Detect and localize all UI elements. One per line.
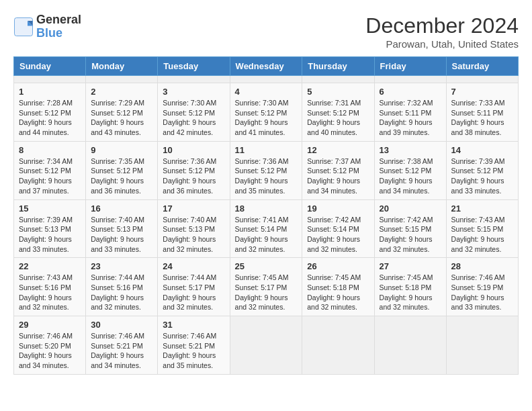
logo-icon <box>13 17 34 37</box>
sunset-label: Sunset: 5:12 PM <box>163 167 215 175</box>
table-row: 18 Sunrise: 7:41 AM Sunset: 5:14 PM Dayl… <box>230 199 302 258</box>
day-info: Sunrise: 7:45 AM Sunset: 5:18 PM Dayligh… <box>307 273 369 312</box>
daylight-label: Daylight: 9 hours and 37 minutes. <box>19 177 72 195</box>
sunset-label: Sunset: 5:12 PM <box>163 109 215 117</box>
sunrise-label: Sunrise: 7:30 AM <box>235 99 289 107</box>
daylight-label: Daylight: 9 hours and 34 minutes. <box>19 351 72 369</box>
sunrise-label: Sunrise: 7:33 AM <box>451 99 505 107</box>
day-number: 8 <box>19 145 81 155</box>
sunset-label: Sunset: 5:13 PM <box>19 225 71 233</box>
day-info: Sunrise: 7:30 AM Sunset: 5:12 PM Dayligh… <box>163 98 224 138</box>
col-friday: Friday <box>374 57 446 76</box>
day-info: Sunrise: 7:42 AM Sunset: 5:15 PM Dayligh… <box>380 215 441 255</box>
day-info: Sunrise: 7:34 AM Sunset: 5:12 PM Dayligh… <box>19 156 81 196</box>
day-info: Sunrise: 7:40 AM Sunset: 5:13 PM Dayligh… <box>163 215 224 255</box>
sunrise-label: Sunrise: 7:36 AM <box>235 157 289 165</box>
calendar-header-row: Sunday Monday Tuesday Wednesday Thursday… <box>14 57 519 76</box>
daylight-label: Daylight: 9 hours and 33 minutes. <box>451 293 504 312</box>
table-row <box>302 316 374 375</box>
table-row: 22 Sunrise: 7:43 AM Sunset: 5:16 PM Dayl… <box>14 258 86 316</box>
day-info: Sunrise: 7:43 AM Sunset: 5:15 PM Dayligh… <box>451 215 513 255</box>
day-info: Sunrise: 7:39 AM Sunset: 5:12 PM Dayligh… <box>451 156 513 196</box>
calendar-week-row: 22 Sunrise: 7:43 AM Sunset: 5:16 PM Dayl… <box>14 258 519 316</box>
table-row: 5 Sunrise: 7:31 AM Sunset: 5:12 PM Dayli… <box>302 83 374 142</box>
table-row: 28 Sunrise: 7:46 AM Sunset: 5:19 PM Dayl… <box>446 258 518 316</box>
table-row: 8 Sunrise: 7:34 AM Sunset: 5:12 PM Dayli… <box>14 141 86 199</box>
table-row: 11 Sunrise: 7:36 AM Sunset: 5:12 PM Dayl… <box>230 141 302 199</box>
table-row: 4 Sunrise: 7:30 AM Sunset: 5:12 PM Dayli… <box>230 83 302 142</box>
day-info: Sunrise: 7:45 AM Sunset: 5:18 PM Dayligh… <box>380 273 441 312</box>
logo-text: General Blue <box>36 13 81 40</box>
sunset-label: Sunset: 5:14 PM <box>307 225 359 233</box>
table-row: 9 Sunrise: 7:35 AM Sunset: 5:12 PM Dayli… <box>86 141 158 199</box>
day-number: 15 <box>19 203 81 214</box>
sunrise-label: Sunrise: 7:46 AM <box>19 332 73 340</box>
sunrise-label: Sunrise: 7:29 AM <box>91 99 144 107</box>
sunset-label: Sunset: 5:21 PM <box>163 342 215 350</box>
sunrise-label: Sunrise: 7:42 AM <box>380 216 433 224</box>
day-number: 3 <box>163 87 224 97</box>
day-number: 13 <box>380 145 441 155</box>
daylight-label: Daylight: 9 hours and 41 minutes. <box>235 118 288 136</box>
daylight-label: Daylight: 9 hours and 35 minutes. <box>235 177 288 195</box>
sunset-label: Sunset: 5:12 PM <box>19 109 71 117</box>
sunrise-label: Sunrise: 7:37 AM <box>307 157 361 165</box>
daylight-label: Daylight: 9 hours and 34 minutes. <box>307 177 360 195</box>
sunrise-label: Sunrise: 7:31 AM <box>307 99 361 107</box>
daylight-label: Daylight: 9 hours and 32 minutes. <box>91 293 144 312</box>
col-sunday: Sunday <box>14 57 86 76</box>
table-row: 30 Sunrise: 7:46 AM Sunset: 5:21 PM Dayl… <box>86 316 158 375</box>
sunset-label: Sunset: 5:12 PM <box>451 167 504 175</box>
daylight-label: Daylight: 9 hours and 34 minutes. <box>380 177 433 195</box>
sunrise-label: Sunrise: 7:46 AM <box>163 332 216 340</box>
day-number: 28 <box>451 261 513 271</box>
sunrise-label: Sunrise: 7:46 AM <box>91 332 144 340</box>
sunset-label: Sunset: 5:12 PM <box>307 167 359 175</box>
sunset-label: Sunset: 5:12 PM <box>19 167 71 175</box>
daylight-label: Daylight: 9 hours and 32 minutes. <box>307 235 360 253</box>
daylight-label: Daylight: 9 hours and 34 minutes. <box>91 351 144 369</box>
day-number: 27 <box>380 261 441 271</box>
day-info: Sunrise: 7:44 AM Sunset: 5:16 PM Dayligh… <box>91 273 152 312</box>
day-info: Sunrise: 7:38 AM Sunset: 5:12 PM Dayligh… <box>380 156 441 196</box>
sunset-label: Sunset: 5:12 PM <box>91 109 143 117</box>
day-info: Sunrise: 7:31 AM Sunset: 5:12 PM Dayligh… <box>307 98 369 138</box>
day-number: 23 <box>91 261 152 271</box>
sunset-label: Sunset: 5:11 PM <box>380 109 432 117</box>
day-number: 7 <box>451 87 513 97</box>
day-info: Sunrise: 7:29 AM Sunset: 5:12 PM Dayligh… <box>91 98 152 138</box>
calendar-table: Sunday Monday Tuesday Wednesday Thursday… <box>13 56 519 375</box>
sunset-label: Sunset: 5:15 PM <box>380 225 432 233</box>
sunrise-label: Sunrise: 7:42 AM <box>307 216 361 224</box>
sunset-label: Sunset: 5:18 PM <box>307 283 359 291</box>
col-monday: Monday <box>86 57 158 76</box>
table-row: 20 Sunrise: 7:42 AM Sunset: 5:15 PM Dayl… <box>374 199 446 258</box>
sunrise-label: Sunrise: 7:45 AM <box>307 273 361 281</box>
sunrise-label: Sunrise: 7:43 AM <box>451 216 505 224</box>
day-info: Sunrise: 7:36 AM Sunset: 5:12 PM Dayligh… <box>163 156 224 196</box>
day-info: Sunrise: 7:42 AM Sunset: 5:14 PM Dayligh… <box>307 215 369 255</box>
sunset-label: Sunset: 5:13 PM <box>163 225 215 233</box>
sunset-label: Sunset: 5:19 PM <box>451 283 504 291</box>
svg-rect-0 <box>15 17 33 36</box>
sunset-label: Sunset: 5:14 PM <box>235 225 287 233</box>
day-number: 26 <box>307 261 369 271</box>
table-row: 23 Sunrise: 7:44 AM Sunset: 5:16 PM Dayl… <box>86 258 158 316</box>
day-number: 20 <box>380 203 441 214</box>
day-number: 30 <box>91 320 152 330</box>
sunrise-label: Sunrise: 7:30 AM <box>163 99 216 107</box>
table-row: 26 Sunrise: 7:45 AM Sunset: 5:18 PM Dayl… <box>302 258 374 316</box>
day-info: Sunrise: 7:46 AM Sunset: 5:21 PM Dayligh… <box>91 331 152 371</box>
sunset-label: Sunset: 5:16 PM <box>91 283 143 291</box>
sunset-label: Sunset: 5:12 PM <box>235 167 287 175</box>
sunrise-label: Sunrise: 7:40 AM <box>163 216 216 224</box>
day-number: 19 <box>307 203 369 214</box>
day-number: 29 <box>19 320 81 330</box>
sunset-label: Sunset: 5:21 PM <box>91 342 143 350</box>
day-info: Sunrise: 7:46 AM Sunset: 5:20 PM Dayligh… <box>19 331 81 371</box>
day-info: Sunrise: 7:28 AM Sunset: 5:12 PM Dayligh… <box>19 98 81 138</box>
day-info: Sunrise: 7:40 AM Sunset: 5:13 PM Dayligh… <box>91 215 152 255</box>
daylight-label: Daylight: 9 hours and 33 minutes. <box>91 235 144 253</box>
sunrise-label: Sunrise: 7:44 AM <box>163 273 216 281</box>
day-number: 31 <box>163 320 224 330</box>
